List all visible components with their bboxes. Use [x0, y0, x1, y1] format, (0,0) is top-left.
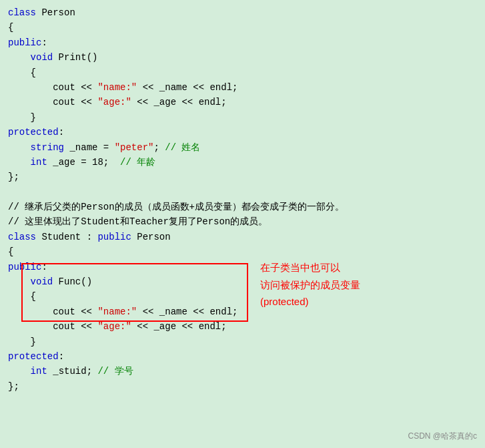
code-line-21: cout << "name:" << _name << endl;	[8, 304, 477, 319]
access-protected-1: protected	[8, 125, 59, 140]
keyword-class: class	[8, 5, 36, 20]
code-line-8: }	[8, 110, 477, 125]
code-line-26: };	[8, 379, 477, 394]
code-line-5: {	[8, 65, 477, 80]
code-line-17: {	[8, 244, 477, 259]
empty-line-1	[8, 185, 477, 200]
code-line-18: public:	[8, 260, 477, 274]
code-line-6: cout << "name:" << _name << endl;	[8, 80, 477, 95]
code-line-24: protected:	[8, 349, 477, 364]
code-line-14: // 继承后父类的Person的成员（成员函数+成员变量）都会变成子类的一部分。	[8, 200, 477, 214]
code-line-10: string _name = "peter"; // 姓名	[8, 140, 477, 155]
annotation-text: 在子类当中也可以访问被保护的成员变量(protected)	[260, 259, 360, 310]
code-line-19: void Func()	[8, 274, 477, 289]
access-public: public	[8, 35, 41, 50]
code-line-11: int _age = 18; // 年龄	[8, 155, 477, 170]
access-public-2: public	[8, 260, 41, 274]
code-line-20: {	[8, 289, 477, 304]
footer-text: CSDN @哈茶真的c	[408, 430, 477, 443]
code-line-2: {	[8, 20, 477, 35]
code-line-12: };	[8, 170, 477, 184]
code-line-4: void Print()	[8, 50, 477, 65]
code-line-22: cout << "age:" << _age << endl;	[8, 319, 477, 334]
code-line-3: public:	[8, 35, 477, 50]
code-line-15: // 这里体现出了Student和Teacher复用了Person的成员。	[8, 214, 477, 229]
code-line-23: }	[8, 334, 477, 349]
code-line-1: class Person	[8, 5, 477, 20]
access-protected-2: protected	[8, 349, 59, 364]
code-line-7: cout << "age:" << _age << endl;	[8, 95, 477, 109]
code-container: class Person { public: void Print() { co…	[0, 0, 485, 448]
code-line-16: class Student : public Person	[8, 230, 477, 244]
code-line-9: protected:	[8, 125, 477, 140]
code-line-25: int _stuid; // 学号	[8, 364, 477, 379]
